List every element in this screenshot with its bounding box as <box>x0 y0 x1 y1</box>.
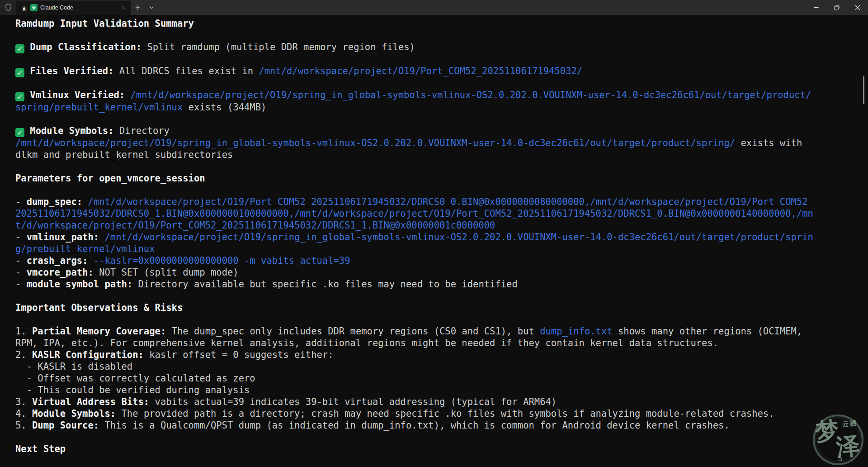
text-segment <box>24 66 30 76</box>
text-segment: Vmlinux Verified: <box>30 90 125 100</box>
minimize-button[interactable] <box>806 0 826 15</box>
terminal-line: - Offset was correctly calculated as zer… <box>15 372 868 384</box>
terminal-line: 5. Dump Source: This is a Qualcomm/QPST … <box>15 419 868 431</box>
text-segment: 5. <box>15 420 32 431</box>
terminal-line: - vmcore_path: NOT SET (split dump mode) <box>15 267 868 278</box>
text-segment: Virtual Address Bits: <box>32 396 149 407</box>
text-segment: kaslr offset = 0 suggests either: <box>144 349 334 360</box>
terminal-line: 3. Virtual Address Bits: vabits_actual=3… <box>15 396 868 408</box>
text-segment: Directory available but specific .ko fil… <box>132 279 518 290</box>
path-text: /mnt/d/workspace/project/O19/Port_COM52_… <box>88 196 813 207</box>
text-segment <box>24 125 30 136</box>
terminal-line: spring/prebuilt_kernel/vmlinux exists (3… <box>15 101 868 113</box>
terminal-line <box>15 29 868 41</box>
terminal-line <box>15 53 868 65</box>
check-emoji-icon: ✓ <box>15 68 24 77</box>
text-segment: The provided path is a directory; crash … <box>116 408 774 419</box>
terminal-line: - KASLR is disabled <box>15 361 868 372</box>
terminal-line: - module symbol path: Directory availabl… <box>15 278 868 290</box>
terminal-line <box>15 290 868 302</box>
text-segment: Ramdump Input Validation Summary <box>15 18 194 29</box>
maximize-button[interactable] <box>826 0 847 15</box>
text-segment: - <box>15 255 27 266</box>
terminal-line: ✓ Dump Classification: Split ramdump (mu… <box>15 41 868 53</box>
text-segment: vmcore_path: <box>27 267 94 278</box>
terminal-line <box>15 184 868 196</box>
text-segment: - <box>15 232 27 243</box>
text-segment: dlkm and prebuilt_kernel subdirectories <box>15 149 233 160</box>
close-button[interactable] <box>847 0 868 15</box>
terminal-line: Ramdump Input Validation Summary <box>15 18 868 29</box>
check-emoji-icon: ✓ <box>15 128 24 137</box>
terminal-line: Parameters for open_vmcore_session <box>15 172 868 184</box>
text-segment <box>125 90 130 100</box>
terminal-line: t/d/workspace/project/O19/Port_COM52_202… <box>15 219 868 231</box>
text-segment: vmlinux_path: <box>27 232 99 243</box>
text-segment: shows many other regions (OCIMEM, <box>613 326 802 337</box>
text-segment: exists with <box>735 138 802 148</box>
text-segment: crash_args: <box>27 255 88 266</box>
path-text: --kaslr=0x0000000000000000 -m vabits_act… <box>94 255 350 266</box>
text-segment: KASLR Configuration: <box>32 349 144 360</box>
text-segment <box>24 90 30 100</box>
terminal-line: g/prebuilt_kernel/vmlinux <box>15 243 868 255</box>
text-segment: - This could be verified during analysis <box>15 385 250 396</box>
text-segment: - KASLR is disabled <box>15 361 132 372</box>
text-segment: This is a Qualcomm/QPST dump (as indicat… <box>99 420 730 431</box>
text-segment: Partial Memory Coverage: <box>32 326 166 337</box>
terminal-line: - dump_spec: /mnt/d/workspace/project/O1… <box>15 196 868 208</box>
text-segment <box>99 232 104 243</box>
new-tab-button[interactable] <box>131 0 145 15</box>
terminal-line <box>15 431 868 443</box>
scrollbar-thumb[interactable] <box>863 76 864 104</box>
terminal-line: RPM, IPA, etc.). For comprehensive kerne… <box>15 337 868 349</box>
text-segment: dump_spec: <box>27 196 82 207</box>
terminal-line: 20251106171945032/DDRCS0_1.BIN@0x0000000… <box>15 208 868 219</box>
text-segment: Next Step <box>15 443 66 454</box>
text-segment: 4. <box>15 408 32 419</box>
text-segment: - <box>15 196 27 207</box>
terminal-line: Important Observations & Risks <box>15 302 868 314</box>
tab-dropdown-button[interactable] <box>145 0 158 15</box>
path-text: 20251106171945032/DDRCS0_1.BIN@0x0000000… <box>15 208 813 219</box>
path-text: g/prebuilt_kernel/vmlinux <box>15 243 155 254</box>
terminal-line: dlkm and prebuilt_kernel subdirectories <box>15 149 868 161</box>
text-segment: Module Symbols: <box>32 408 116 419</box>
text-segment: Parameters for open_vmcore_session <box>15 173 205 184</box>
tab-title: Claude Code <box>40 5 117 11</box>
terminal-line: - This could be verified during analysis <box>15 384 868 396</box>
terminal-line: ✓ Vmlinux Verified: /mnt/d/workspace/pro… <box>15 89 868 101</box>
text-segment: Files Verified: <box>30 66 113 76</box>
text-segment: Module Symbols: <box>30 125 113 136</box>
text-segment: Dump Source: <box>32 420 99 431</box>
linux-tux-icon <box>21 4 28 11</box>
text-segment: module symbol path: <box>27 279 133 290</box>
text-segment: exists (344MB) <box>183 102 266 113</box>
text-segment: All DDRCS files exist in <box>113 66 259 76</box>
terminal-line: - crash_args: --kaslr=0x0000000000000000… <box>15 255 868 267</box>
check-emoji-icon: ✓ <box>15 92 24 101</box>
text-segment: - <box>15 267 27 278</box>
text-segment: 1. <box>15 326 32 337</box>
tab-claude-code[interactable]: Claude Code <box>16 0 131 15</box>
terminal-line: - vmlinux_path: /mnt/d/workspace/project… <box>15 231 868 243</box>
text-segment: The dump_spec only includes DDR memory r… <box>166 326 540 337</box>
path-text: dump_info.txt <box>540 326 612 337</box>
path-text: /mnt/d/workspace/project/O19/spring_in_g… <box>131 90 811 100</box>
terminal-line: ✓ Module Symbols: Directory <box>15 125 868 137</box>
text-segment: Split ramdump (multiple DDR memory regio… <box>142 42 415 52</box>
text-segment: RPM, IPA, etc.). For comprehensive kerne… <box>15 338 718 348</box>
terminal-line: /mnt/d/workspace/project/O19/spring_in_g… <box>15 137 868 149</box>
tab-close-icon[interactable] <box>119 4 127 12</box>
text-segment: Dump Classification: <box>30 42 142 52</box>
text-segment: Directory <box>113 125 169 136</box>
scrollbar[interactable] <box>863 15 868 467</box>
text-segment: 2. <box>15 349 32 360</box>
admin-shield-icon <box>0 0 16 15</box>
terminal-line <box>15 314 868 325</box>
text-segment <box>82 196 88 207</box>
terminal-line <box>15 77 868 89</box>
terminal-line: 1. Partial Memory Coverage: The dump_spe… <box>15 325 868 337</box>
titlebar: Claude Code <box>0 0 868 15</box>
claude-code-icon <box>30 4 38 11</box>
